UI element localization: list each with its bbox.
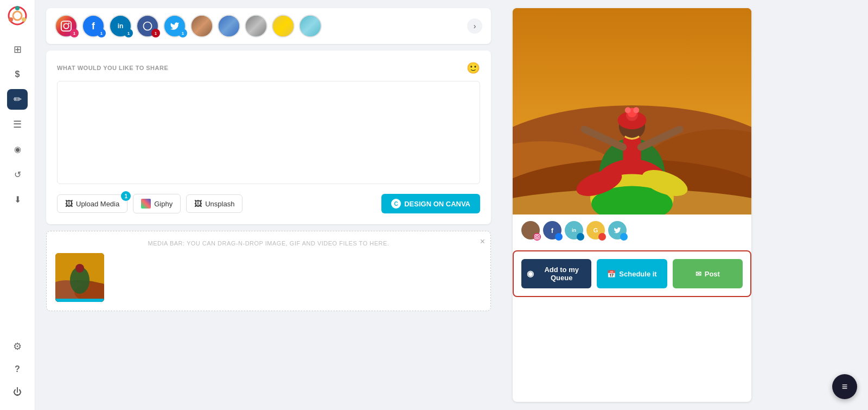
float-chat-button[interactable]: ≡ <box>832 374 857 399</box>
media-buttons-row: 🖼 Upload Media 1 Giphy 🖼 Unsplash <box>57 194 480 213</box>
svg-rect-36 <box>535 235 539 239</box>
svg-point-4 <box>9 17 13 22</box>
compose-box: WHAT WOULD YOU LIKE TO SHARE 🙂 🖼 Upload … <box>46 51 491 224</box>
content-area: 1 f 1 in 1 <box>35 0 868 410</box>
account-profile-2[interactable] <box>218 15 240 37</box>
svg-point-34 <box>625 107 631 113</box>
svg-rect-5 <box>61 21 71 31</box>
account-twitter-1[interactable]: 1 <box>163 15 186 37</box>
giphy-icon <box>141 199 151 209</box>
upload-media-button[interactable]: 🖼 Upload Media 1 <box>57 194 127 213</box>
compose-label: WHAT WOULD YOU LIKE TO SHARE <box>57 65 168 71</box>
post-icon: ✉ <box>695 270 701 278</box>
settings-icon[interactable]: ⚙ <box>7 336 28 357</box>
account-profile-1[interactable] <box>190 15 213 37</box>
canva-label: DESIGN ON CANVA <box>404 200 470 208</box>
upload-icon: 🖼 <box>65 199 73 208</box>
post-button[interactable]: ✉ Post <box>673 259 743 288</box>
account-linkedin-1[interactable]: in 1 <box>109 15 132 37</box>
svg-point-7 <box>68 23 70 24</box>
grid-icon[interactable]: ⊞ <box>7 39 28 60</box>
preview-avatar-twitter <box>608 221 627 239</box>
schedule-icon: 📅 <box>607 270 616 278</box>
left-panel: 1 f 1 in 1 <box>35 0 502 410</box>
queue-icon: ◉ <box>527 269 534 279</box>
account-profile-3[interactable] <box>245 15 267 37</box>
compose-header: WHAT WOULD YOU LIKE TO SHARE 🙂 <box>57 61 480 74</box>
post-text-area[interactable] <box>57 81 480 184</box>
unsplash-button[interactable]: 🖼 Unsplash <box>186 194 242 213</box>
list-icon[interactable]: ☰ <box>7 114 28 135</box>
svg-point-37 <box>536 236 538 238</box>
float-icon: ≡ <box>842 381 848 393</box>
svg-point-1 <box>13 11 22 20</box>
account-facebook-1[interactable]: f 1 <box>82 15 105 37</box>
preview-avatar-instagram <box>521 221 540 239</box>
giphy-button[interactable]: Giphy <box>133 194 181 213</box>
power-icon[interactable]: ⏻ <box>7 382 28 402</box>
right-panel: f in G <box>502 0 762 410</box>
rss-icon[interactable]: ◉ <box>7 139 28 160</box>
svg-point-14 <box>75 264 84 273</box>
post-label: Post <box>705 270 720 278</box>
media-bar-hint: MEDIA BAR: YOU CAN DRAG-N-DROP IMAGE, GI… <box>55 240 482 247</box>
media-thumbnail: ⊗ <box>55 253 104 302</box>
account-profile-5[interactable] <box>299 15 322 37</box>
preview-avatar-linkedin: in <box>565 221 583 239</box>
media-bar: MEDIA BAR: YOU CAN DRAG-N-DROP IMAGE, GI… <box>46 231 491 311</box>
giphy-label: Giphy <box>154 200 173 208</box>
emoji-button[interactable]: 🙂 <box>467 61 480 74</box>
action-buttons: ◉ Add to my Queue 📅 Schedule it ✉ Post <box>513 250 751 297</box>
media-bar-close-button[interactable]: × <box>480 237 485 247</box>
upload-label: Upload Media <box>76 200 119 208</box>
help-icon[interactable]: ? <box>7 359 28 380</box>
add-to-queue-button[interactable]: ◉ Add to my Queue <box>521 259 591 288</box>
accounts-chevron-button[interactable]: › <box>467 18 482 34</box>
canva-icon: C <box>391 199 401 209</box>
unsplash-icon: 🖼 <box>194 199 202 208</box>
canva-button[interactable]: C DESIGN ON CANVA <box>381 194 480 213</box>
preview-image <box>513 8 751 215</box>
account-profile-4[interactable] <box>272 15 295 37</box>
history-icon[interactable]: ↺ <box>7 164 28 185</box>
svg-point-35 <box>633 107 639 113</box>
app-logo[interactable] <box>7 5 28 26</box>
queue-label: Add to my Queue <box>537 266 586 282</box>
account-pinterest-1[interactable]: 1 <box>136 15 159 37</box>
social-accounts-list: 1 f 1 in 1 <box>55 15 467 37</box>
dollar-icon[interactable]: $ <box>7 64 28 85</box>
main-content: 1 f 1 in 1 <box>35 0 868 410</box>
account-instagram-1[interactable]: 1 <box>55 15 78 37</box>
svg-rect-27 <box>623 135 641 171</box>
schedule-button[interactable]: 📅 Schedule it <box>597 259 667 288</box>
preview-accounts: f in G <box>513 215 751 245</box>
svg-point-2 <box>15 6 20 10</box>
sidebar: ⊞ $ ✏ ☰ ◉ ↺ ⬇ ⚙ ? ⏻ <box>0 0 35 410</box>
schedule-label: Schedule it <box>619 270 656 278</box>
unsplash-label: Unsplash <box>205 200 234 208</box>
svg-point-3 <box>22 17 26 22</box>
download-icon[interactable]: ⬇ <box>7 189 28 210</box>
preview-card: f in G <box>513 8 751 402</box>
social-accounts-bar: 1 f 1 in 1 <box>46 8 491 44</box>
upload-badge: 1 <box>121 191 131 201</box>
svg-point-6 <box>63 23 68 28</box>
pencil-icon[interactable]: ✏ <box>7 89 28 110</box>
preview-avatar-google: G <box>586 221 605 239</box>
preview-avatar-facebook: f <box>543 221 561 239</box>
